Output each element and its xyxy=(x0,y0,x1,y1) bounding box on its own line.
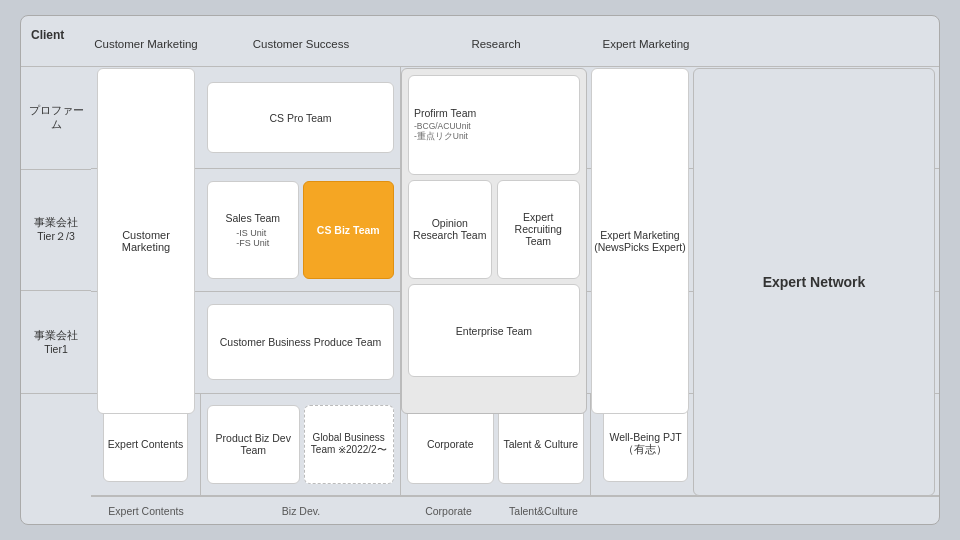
research-row2: Opinion Research Team Expert Recruiting … xyxy=(408,180,580,280)
row-label-profarm: プロファーム xyxy=(21,66,91,169)
row-label-bottom xyxy=(21,393,91,496)
row-labels: プロファーム 事業会社 Tier２/3 事業会社 Tier1 xyxy=(21,66,91,496)
profirm-team-card: Profirm Team -BCG/ACUUnit -重点リクUnit xyxy=(408,75,580,175)
research-outer-box: Profirm Team -BCG/ACUUnit -重点リクUnit Opin… xyxy=(401,68,587,414)
bottom-label-corporate: Corporate xyxy=(401,505,496,517)
main-diagram: Client Customer Marketing Customer Succe… xyxy=(20,15,940,525)
expert-marketing-spanning-card: Expert Marketing (NewsPicks Expert) xyxy=(591,68,689,414)
cs-biz-team-card: CS Biz Team xyxy=(303,181,395,279)
opinion-research-card: Opinion Research Team xyxy=(408,180,492,280)
talent-culture-card: Talent & Culture xyxy=(498,405,585,483)
global-business-team-card: Global Business Team ※2022/2〜 xyxy=(304,405,395,483)
header-customer-success: Customer Success xyxy=(201,38,401,50)
customer-marketing-spanning-card: Customer Marketing xyxy=(97,68,195,414)
bottom-labels: Expert Contents Biz Dev. Corporate Talen… xyxy=(91,496,939,524)
product-biz-dev-card: Product Biz Dev Team xyxy=(207,405,300,483)
bottom-label-expert-contents: Expert Contents xyxy=(91,505,201,517)
expert-recruiting-card: Expert Recruiting Team xyxy=(497,180,581,280)
research-row1: Profirm Team -BCG/ACUUnit -重点リクUnit xyxy=(408,75,580,175)
cs-pro-team-card: CS Pro Team xyxy=(207,82,394,153)
row-label-tier23: 事業会社 Tier２/3 xyxy=(21,169,91,291)
expert-network-box: Expert Network xyxy=(693,68,935,496)
header-customer-marketing: Customer Marketing xyxy=(91,38,201,50)
sales-team-card: Sales Team -IS Unit -FS Unit xyxy=(207,181,299,279)
expert-contents-card: Expert Contents xyxy=(103,406,188,482)
client-label: Client xyxy=(31,28,64,42)
column-headers: Customer Marketing Customer Success Rese… xyxy=(91,24,939,64)
bottom-label-talent-culture: Talent&Culture xyxy=(496,505,591,517)
row-label-tier1: 事業会社 Tier1 xyxy=(21,290,91,393)
research-row3: Enterprise Team xyxy=(408,284,580,377)
header-research: Research xyxy=(401,38,591,50)
enterprise-team-card: Enterprise Team xyxy=(408,284,580,377)
corporate-card: Corporate xyxy=(407,405,494,483)
well-being-pjt-card: Well-Being PJT （有志） xyxy=(603,406,688,482)
customer-biz-produce-card: Customer Business Produce Team xyxy=(207,304,394,380)
header-expert-marketing: Expert Marketing xyxy=(591,38,701,50)
bottom-label-biz-dev: Biz Dev. xyxy=(201,505,401,517)
